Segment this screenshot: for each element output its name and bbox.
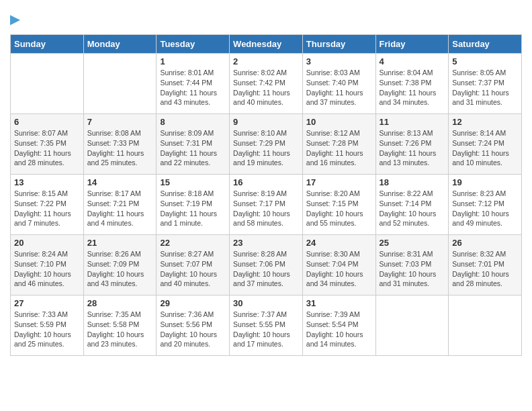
calendar-day-cell: 1Sunrise: 8:01 AM Sunset: 7:44 PM Daylig… [157,54,230,114]
weekday-header: Friday [375,35,449,54]
calendar-day-cell: 13Sunrise: 8:15 AM Sunset: 7:22 PM Dayli… [11,175,84,235]
day-number: 30 [233,298,299,308]
calendar-week-row: 27Sunrise: 7:33 AM Sunset: 5:59 PM Dayli… [11,295,522,356]
calendar-day-cell: 5Sunrise: 8:05 AM Sunset: 7:37 PM Daylig… [449,54,522,114]
calendar-day-cell: 15Sunrise: 8:18 AM Sunset: 7:19 PM Dayli… [157,175,230,235]
calendar-day-cell: 17Sunrise: 8:20 AM Sunset: 7:15 PM Dayli… [302,175,375,235]
day-info: Sunrise: 8:18 AM Sunset: 7:19 PM Dayligh… [160,189,226,228]
calendar-day-cell: 3Sunrise: 8:03 AM Sunset: 7:40 PM Daylig… [302,54,375,114]
calendar-day-cell: 29Sunrise: 7:36 AM Sunset: 5:56 PM Dayli… [157,295,230,356]
day-info: Sunrise: 7:35 AM Sunset: 5:58 PM Dayligh… [87,310,153,349]
day-info: Sunrise: 8:31 AM Sunset: 7:03 PM Dayligh… [380,249,445,289]
day-number: 11 [380,117,445,127]
calendar-day-cell: 31Sunrise: 7:39 AM Sunset: 5:54 PM Dayli… [302,295,375,356]
calendar-day-cell: 16Sunrise: 8:19 AM Sunset: 7:17 PM Dayli… [230,175,303,235]
day-info: Sunrise: 8:03 AM Sunset: 7:40 PM Dayligh… [306,68,372,107]
calendar-day-cell: 2Sunrise: 8:02 AM Sunset: 7:42 PM Daylig… [230,54,303,114]
calendar-day-cell [11,54,84,114]
day-info: Sunrise: 8:32 AM Sunset: 7:01 PM Dayligh… [452,249,518,289]
day-info: Sunrise: 8:04 AM Sunset: 7:38 PM Dayligh… [380,68,445,107]
day-info: Sunrise: 8:05 AM Sunset: 7:37 PM Dayligh… [452,68,518,107]
calendar-week-row: 6Sunrise: 8:07 AM Sunset: 7:35 PM Daylig… [11,114,522,175]
calendar-day-cell: 26Sunrise: 8:32 AM Sunset: 7:01 PM Dayli… [449,235,522,295]
calendar-day-cell: 19Sunrise: 8:23 AM Sunset: 7:12 PM Dayli… [449,175,522,235]
day-number: 26 [452,238,518,248]
calendar-day-cell: 28Sunrise: 7:35 AM Sunset: 5:58 PM Dayli… [83,295,157,356]
weekday-header: Thursday [302,35,375,54]
day-info: Sunrise: 8:12 AM Sunset: 7:28 PM Dayligh… [306,128,372,168]
logo-text: ▶ [10,10,19,28]
calendar-day-cell: 30Sunrise: 7:37 AM Sunset: 5:55 PM Dayli… [230,295,303,356]
day-number: 19 [452,177,518,187]
day-number: 27 [14,298,80,308]
day-number: 29 [160,298,226,308]
day-info: Sunrise: 8:09 AM Sunset: 7:31 PM Dayligh… [160,128,226,168]
calendar-header-row: SundayMondayTuesdayWednesdayThursdayFrid… [11,35,522,54]
day-number: 7 [87,117,153,127]
day-number: 24 [306,238,372,248]
weekday-header: Sunday [11,35,84,54]
day-number: 17 [306,177,372,187]
calendar-day-cell: 21Sunrise: 8:26 AM Sunset: 7:09 PM Dayli… [83,235,157,295]
calendar-day-cell: 12Sunrise: 8:14 AM Sunset: 7:24 PM Dayli… [449,114,522,175]
day-number: 4 [380,56,445,66]
day-info: Sunrise: 8:01 AM Sunset: 7:44 PM Dayligh… [160,68,226,107]
day-number: 18 [380,177,445,187]
weekday-header: Saturday [449,35,522,54]
weekday-header: Monday [83,35,157,54]
day-number: 2 [233,56,299,66]
day-info: Sunrise: 8:30 AM Sunset: 7:04 PM Dayligh… [306,249,372,289]
calendar-day-cell: 23Sunrise: 8:28 AM Sunset: 7:06 PM Dayli… [230,235,303,295]
page-header: ▶ [10,10,522,28]
day-info: Sunrise: 7:36 AM Sunset: 5:56 PM Dayligh… [160,310,226,349]
calendar-day-cell [83,54,157,114]
day-number: 1 [160,56,226,66]
calendar-day-cell: 6Sunrise: 8:07 AM Sunset: 7:35 PM Daylig… [11,114,84,175]
day-number: 28 [87,298,153,308]
weekday-header: Tuesday [157,35,230,54]
calendar-week-row: 1Sunrise: 8:01 AM Sunset: 7:44 PM Daylig… [11,54,522,114]
calendar-day-cell: 18Sunrise: 8:22 AM Sunset: 7:14 PM Dayli… [375,175,449,235]
day-number: 25 [380,238,445,248]
calendar-day-cell: 22Sunrise: 8:27 AM Sunset: 7:07 PM Dayli… [157,235,230,295]
day-info: Sunrise: 7:33 AM Sunset: 5:59 PM Dayligh… [14,310,80,349]
calendar-day-cell: 27Sunrise: 7:33 AM Sunset: 5:59 PM Dayli… [11,295,84,356]
calendar-day-cell: 4Sunrise: 8:04 AM Sunset: 7:38 PM Daylig… [375,54,449,114]
day-info: Sunrise: 8:23 AM Sunset: 7:12 PM Dayligh… [452,189,518,228]
calendar-day-cell: 11Sunrise: 8:13 AM Sunset: 7:26 PM Dayli… [375,114,449,175]
day-info: Sunrise: 8:26 AM Sunset: 7:09 PM Dayligh… [87,249,153,289]
day-number: 14 [87,177,153,187]
calendar-day-cell: 24Sunrise: 8:30 AM Sunset: 7:04 PM Dayli… [302,235,375,295]
day-number: 9 [233,117,299,127]
day-number: 23 [233,238,299,248]
day-number: 6 [14,117,80,127]
day-info: Sunrise: 8:22 AM Sunset: 7:14 PM Dayligh… [380,189,445,228]
day-info: Sunrise: 8:10 AM Sunset: 7:29 PM Dayligh… [233,128,299,168]
day-info: Sunrise: 8:24 AM Sunset: 7:10 PM Dayligh… [14,249,80,289]
calendar-day-cell [449,295,522,356]
logo: ▶ [10,10,19,28]
calendar-day-cell: 10Sunrise: 8:12 AM Sunset: 7:28 PM Dayli… [302,114,375,175]
calendar-week-row: 13Sunrise: 8:15 AM Sunset: 7:22 PM Dayli… [11,175,522,235]
day-info: Sunrise: 7:37 AM Sunset: 5:55 PM Dayligh… [233,310,299,349]
weekday-header: Wednesday [230,35,303,54]
day-number: 22 [160,238,226,248]
calendar-day-cell: 25Sunrise: 8:31 AM Sunset: 7:03 PM Dayli… [375,235,449,295]
day-number: 21 [87,238,153,248]
calendar-day-cell: 20Sunrise: 8:24 AM Sunset: 7:10 PM Dayli… [11,235,84,295]
day-number: 8 [160,117,226,127]
day-number: 3 [306,56,372,66]
day-info: Sunrise: 8:19 AM Sunset: 7:17 PM Dayligh… [233,189,299,228]
day-number: 5 [452,56,518,66]
day-info: Sunrise: 8:15 AM Sunset: 7:22 PM Dayligh… [14,189,80,228]
calendar-day-cell: 9Sunrise: 8:10 AM Sunset: 7:29 PM Daylig… [230,114,303,175]
day-number: 10 [306,117,372,127]
day-number: 16 [233,177,299,187]
calendar-day-cell: 14Sunrise: 8:17 AM Sunset: 7:21 PM Dayli… [83,175,157,235]
day-number: 13 [14,177,80,187]
calendar-day-cell [375,295,449,356]
day-number: 20 [14,238,80,248]
day-info: Sunrise: 8:07 AM Sunset: 7:35 PM Dayligh… [14,128,80,168]
day-info: Sunrise: 7:39 AM Sunset: 5:54 PM Dayligh… [306,310,372,349]
day-info: Sunrise: 8:08 AM Sunset: 7:33 PM Dayligh… [87,128,153,168]
